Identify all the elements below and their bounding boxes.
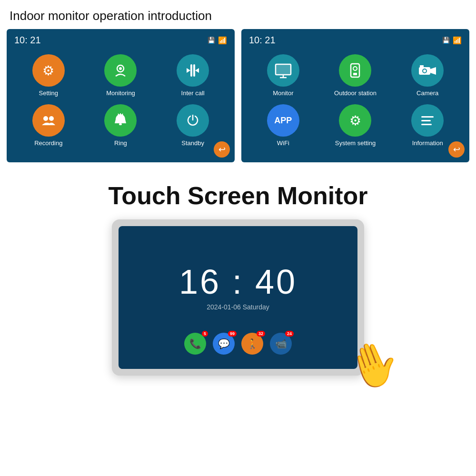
svg-point-7 — [49, 116, 54, 121]
recording-icon — [32, 104, 65, 137]
screen1-header: 10: 21 💾 📶 — [14, 35, 227, 46]
system-setting-icon: ⚙ — [339, 104, 371, 137]
svg-rect-8 — [119, 123, 122, 125]
app-call[interactable]: 📞 5 — [184, 333, 206, 355]
svg-rect-14 — [276, 64, 291, 75]
camera-label: Camera — [416, 89, 438, 97]
app-call-badge: 5 — [202, 331, 208, 337]
bottom-section: Touch Screen Monitor 16 : 40 2024-01-06 … — [0, 177, 476, 376]
system-setting-label: System setting — [335, 139, 376, 147]
clock-time: 16 : 40 — [179, 262, 297, 301]
monitor-icon — [267, 54, 299, 87]
ring-icon — [104, 104, 137, 137]
svg-rect-24 — [420, 65, 424, 68]
svg-rect-2 — [190, 64, 192, 77]
svg-rect-25 — [421, 116, 434, 118]
svg-marker-23 — [430, 67, 436, 75]
information-item[interactable]: Information — [393, 104, 462, 147]
monitoring-label: Monitoring — [106, 89, 135, 97]
standby-label: Standby — [181, 139, 204, 147]
wifi-icon: APP — [267, 104, 299, 137]
intercall-label: Inter call — [181, 89, 205, 97]
monitor-label: Monitor — [273, 89, 293, 97]
svg-point-6 — [43, 116, 48, 121]
outdoor-station-label: Outdoor station — [334, 89, 377, 97]
setting-item[interactable]: ⚙ Setting — [14, 54, 83, 97]
clock-display: 16 : 40 2024-01-06 Saturday — [179, 253, 297, 311]
screen2: 10: 21 💾 📶 Monitor — [241, 29, 469, 162]
monitor-device: 16 : 40 2024-01-06 Saturday 📞 5 💬 99 🚶 3… — [112, 219, 364, 376]
svg-rect-19 — [353, 73, 357, 75]
screen1-icon-grid: ⚙ Setting Monitoring — [14, 54, 227, 147]
monitor-item[interactable]: Monitor — [249, 54, 317, 97]
outdoor-station-item[interactable]: Outdoor station — [321, 54, 390, 97]
app-motion-badge: 32 — [257, 331, 265, 337]
screen2-status-icons: 💾 📶 — [442, 36, 462, 45]
monitor-wrapper: 16 : 40 2024-01-06 Saturday 📞 5 💬 99 🚶 3… — [95, 219, 381, 376]
svg-marker-4 — [187, 68, 190, 73]
sd-card-icon2: 💾 — [442, 37, 450, 44]
screen1-back-button[interactable]: ↩ — [214, 141, 230, 158]
app-message[interactable]: 💬 99 — [213, 333, 235, 355]
wifi-status-icon2: 📶 — [453, 36, 462, 45]
setting-icon: ⚙ — [32, 54, 65, 87]
app-message-badge: 99 — [228, 331, 237, 337]
screen2-header: 10: 21 💾 📶 — [249, 35, 462, 46]
sd-card-icon: 💾 — [208, 37, 215, 44]
wifi-item[interactable]: APP WiFi — [249, 104, 317, 147]
svg-point-1 — [119, 67, 122, 70]
svg-rect-27 — [421, 124, 432, 125]
screen2-icon-grid: Monitor Outdoor station — [249, 54, 462, 147]
app-camera-badge: 24 — [285, 331, 294, 337]
system-setting-item[interactable]: ⚙ System setting — [321, 104, 390, 147]
intercall-icon — [177, 54, 209, 87]
setting-label: Setting — [39, 89, 58, 97]
screen1: 10: 21 💾 📶 ⚙ Setting — [7, 29, 235, 162]
clock-date: 2024-01-06 Saturday — [179, 303, 297, 311]
app-motion[interactable]: 🚶 32 — [241, 333, 263, 355]
svg-rect-3 — [193, 64, 195, 77]
screen1-time: 10: 21 — [14, 35, 41, 46]
screen2-time: 10: 21 — [249, 35, 276, 46]
ring-item[interactable]: Ring — [87, 104, 155, 147]
app-camera[interactable]: 📹 24 — [270, 333, 292, 355]
svg-point-22 — [423, 69, 426, 72]
svg-point-18 — [353, 67, 357, 70]
wifi-label: WiFi — [277, 139, 289, 147]
ring-label: Ring — [114, 139, 127, 147]
monitor-apps: 📞 5 💬 99 🚶 32 📹 24 — [184, 333, 292, 355]
screen1-status-icons: 💾 📶 — [208, 36, 227, 45]
page-title: Indoor monitor operation introduction — [0, 0, 476, 29]
information-icon — [411, 104, 444, 137]
monitor-screen: 16 : 40 2024-01-06 Saturday 📞 5 💬 99 🚶 3… — [119, 226, 357, 369]
recording-label: Recording — [34, 139, 62, 147]
svg-marker-5 — [195, 68, 199, 73]
recording-item[interactable]: Recording — [14, 104, 83, 147]
touch-screen-title: Touch Screen Monitor — [108, 181, 367, 210]
information-label: Information — [412, 139, 443, 147]
camera-icon — [411, 54, 444, 87]
intercall-item[interactable]: Inter call — [159, 54, 227, 97]
standby-item[interactable]: Standby — [159, 104, 227, 147]
screens-row: 10: 21 💾 📶 ⚙ Setting — [0, 29, 476, 162]
outdoor-station-icon — [339, 54, 371, 87]
screen2-back-button[interactable]: ↩ — [448, 141, 465, 158]
standby-icon — [177, 104, 209, 137]
camera-item[interactable]: Camera — [393, 54, 462, 97]
monitoring-icon — [104, 54, 137, 87]
svg-rect-26 — [421, 120, 431, 121]
wifi-status-icon: 📶 — [218, 36, 227, 45]
monitoring-item[interactable]: Monitoring — [87, 54, 155, 97]
